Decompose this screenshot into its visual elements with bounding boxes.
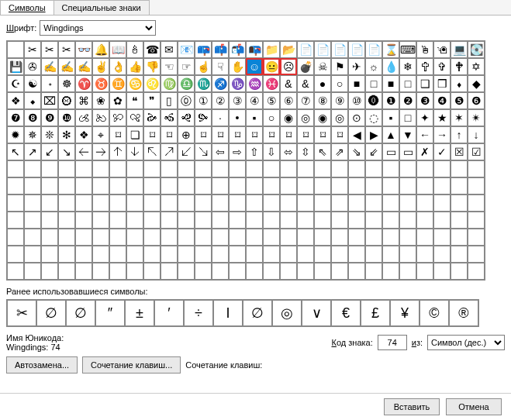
- symbol-cell[interactable]: ⑦: [297, 92, 314, 109]
- symbol-cell[interactable]: ◌: [365, 109, 382, 126]
- symbol-cell-empty[interactable]: [297, 160, 314, 177]
- symbol-cell[interactable]: ☼: [365, 58, 382, 75]
- symbol-cell[interactable]: ✞: [433, 58, 451, 75]
- symbol-cell-empty[interactable]: [399, 177, 416, 195]
- recent-cell[interactable]: ∅: [66, 300, 95, 326]
- symbol-cell[interactable]: ⇧: [246, 143, 263, 160]
- symbol-cell-empty[interactable]: [451, 229, 468, 246]
- symbol-cell-empty[interactable]: [178, 160, 195, 177]
- symbol-cell-empty[interactable]: [92, 177, 109, 195]
- symbol-cell[interactable]: ⚑: [331, 58, 348, 75]
- symbol-cell-empty[interactable]: [433, 160, 451, 177]
- symbol-cell[interactable]: ☹: [280, 58, 297, 75]
- symbol-cell[interactable]: ❝: [126, 92, 143, 109]
- symbol-cell[interactable]: ⓪: [178, 92, 195, 109]
- symbol-cell[interactable]: 👍: [126, 58, 143, 75]
- symbol-cell-empty[interactable]: [41, 229, 58, 246]
- symbol-cell[interactable]: ❊: [41, 126, 58, 143]
- symbol-cell-empty[interactable]: [263, 177, 280, 195]
- symbol-cell[interactable]: ⌨: [399, 41, 416, 58]
- symbol-cell-empty[interactable]: [109, 160, 126, 177]
- symbol-cell-empty[interactable]: [229, 263, 246, 280]
- symbol-cell-empty[interactable]: [263, 212, 280, 229]
- symbol-cell-empty[interactable]: [143, 177, 161, 195]
- symbol-cell-empty[interactable]: [109, 229, 126, 246]
- symbol-cell[interactable]: ⇨: [229, 143, 246, 160]
- symbol-cell[interactable]: 🡠: [75, 143, 92, 160]
- symbol-cell[interactable]: ■: [382, 75, 399, 92]
- symbol-cell[interactable]: ✈: [348, 58, 365, 75]
- symbol-cell-empty[interactable]: [416, 177, 433, 195]
- symbol-cell[interactable]: 📄: [348, 41, 365, 58]
- symbol-cell-empty[interactable]: [7, 212, 24, 229]
- symbol-cell-empty[interactable]: [75, 229, 92, 246]
- symbol-cell-empty[interactable]: [126, 229, 143, 246]
- symbol-cell-empty[interactable]: [314, 263, 331, 280]
- symbol-cell-empty[interactable]: [468, 195, 485, 212]
- symbol-cell-empty[interactable]: [58, 160, 75, 177]
- symbol-cell[interactable]: ❏: [126, 126, 143, 143]
- symbol-cell-empty[interactable]: [212, 195, 229, 212]
- symbol-cell-empty[interactable]: [75, 246, 92, 263]
- symbol-cell-empty[interactable]: [382, 212, 399, 229]
- symbol-cell-empty[interactable]: [331, 229, 348, 246]
- recent-cell[interactable]: ′: [154, 300, 184, 326]
- symbol-cell[interactable]: ★: [433, 109, 451, 126]
- symbol-cell-empty[interactable]: [229, 160, 246, 177]
- symbol-cell[interactable]: ⇘: [348, 143, 365, 160]
- symbol-cell[interactable]: ☑: [468, 143, 485, 160]
- symbol-cell-empty[interactable]: [331, 212, 348, 229]
- symbol-cell-empty[interactable]: [416, 195, 433, 212]
- symbol-cell-empty[interactable]: [382, 160, 399, 177]
- symbol-cell[interactable]: &: [297, 75, 314, 92]
- symbol-cell-empty[interactable]: [451, 177, 468, 195]
- symbol-cell[interactable]: ✂: [41, 41, 58, 58]
- symbol-cell[interactable]: ⌑: [143, 126, 161, 143]
- symbol-cell-empty[interactable]: [468, 246, 485, 263]
- symbol-cell-empty[interactable]: [178, 195, 195, 212]
- symbol-cell-empty[interactable]: [314, 246, 331, 263]
- symbol-cell-empty[interactable]: [58, 212, 75, 229]
- symbol-cell-empty[interactable]: [365, 212, 382, 229]
- symbol-cell[interactable]: 💻: [451, 41, 468, 58]
- symbol-cell-empty[interactable]: [24, 229, 41, 246]
- symbol-cell-empty[interactable]: [468, 212, 485, 229]
- symbol-cell-empty[interactable]: [24, 263, 41, 280]
- symbol-cell[interactable]: 🡥: [161, 143, 178, 160]
- symbol-cell-empty[interactable]: [75, 263, 92, 280]
- symbol-cell[interactable]: ▼: [399, 126, 416, 143]
- symbol-cell[interactable]: ❿: [58, 109, 75, 126]
- symbol-cell-empty[interactable]: [178, 263, 195, 280]
- recent-cell[interactable]: ✂: [7, 300, 36, 326]
- symbol-cell[interactable]: •: [229, 109, 246, 126]
- symbol-cell[interactable]: ☪: [7, 75, 24, 92]
- symbol-cell[interactable]: ⌑: [195, 126, 212, 143]
- symbol-cell[interactable]: ✡: [468, 58, 485, 75]
- recent-cell[interactable]: ◎: [272, 300, 302, 326]
- symbol-cell-empty[interactable]: [7, 246, 24, 263]
- symbol-cell-empty[interactable]: [58, 195, 75, 212]
- symbol-cell-empty[interactable]: [92, 195, 109, 212]
- recent-cell[interactable]: ∅: [36, 300, 66, 326]
- symbol-cell[interactable]: ▪: [246, 109, 263, 126]
- symbol-cell[interactable]: ☝: [195, 58, 212, 75]
- symbol-cell[interactable]: ✓: [433, 143, 451, 160]
- symbol-cell-empty[interactable]: [451, 246, 468, 263]
- symbol-cell[interactable]: ⊙: [348, 109, 365, 126]
- symbol-cell-empty[interactable]: [331, 246, 348, 263]
- symbol-cell[interactable]: ⇖: [314, 143, 331, 160]
- symbol-cell-empty[interactable]: [212, 160, 229, 177]
- symbol-cell[interactable]: ⇙: [365, 143, 382, 160]
- symbol-cell-empty[interactable]: [451, 212, 468, 229]
- symbol-cell[interactable]: 📂: [280, 41, 297, 58]
- symbol-cell-empty[interactable]: [399, 229, 416, 246]
- symbol-cell[interactable]: 👎: [143, 58, 161, 75]
- symbol-cell[interactable]: ⌧: [41, 92, 58, 109]
- symbol-cell-empty[interactable]: [365, 246, 382, 263]
- symbol-cell-empty[interactable]: [7, 177, 24, 195]
- symbol-cell-empty[interactable]: [263, 229, 280, 246]
- symbol-cell[interactable]: ⑨: [331, 92, 348, 109]
- symbol-cell[interactable]: ■: [348, 75, 365, 92]
- symbol-cell[interactable]: ⬧: [451, 75, 468, 92]
- symbol-cell-empty[interactable]: [178, 212, 195, 229]
